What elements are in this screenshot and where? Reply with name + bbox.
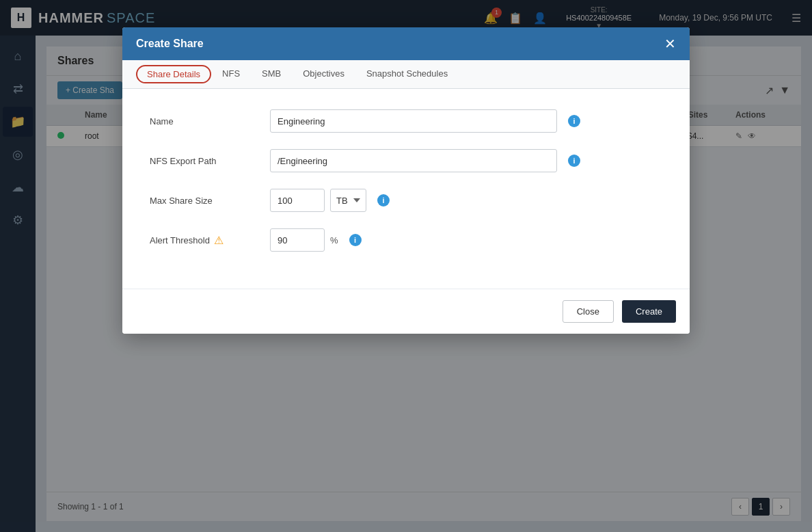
modal-header: Create Share ✕ <box>122 36 690 60</box>
content-area: Shares + Create Sha ↗ ▼ Name n Sites Act… <box>36 36 812 532</box>
name-label: Name <box>150 116 259 127</box>
tab-share-details-wrapper: Share Details <box>136 60 211 88</box>
modal-close-button[interactable]: ✕ <box>664 37 676 51</box>
create-button[interactable]: Create <box>622 300 676 323</box>
nfs-export-path-row: NFS Export Path i <box>150 149 662 172</box>
max-share-size-row: Max Share Size TB GB PB i <box>150 189 662 212</box>
modal-footer: Close Create <box>122 289 690 334</box>
max-share-size-unit-select[interactable]: TB GB PB <box>330 189 366 212</box>
modal-body: Name i NFS Export Path i Max Share Size <box>122 89 690 289</box>
tab-share-details[interactable]: Share Details <box>136 65 211 83</box>
alert-threshold-info-icon[interactable]: i <box>349 234 362 246</box>
name-input[interactable] <box>270 109 557 133</box>
alert-threshold-label: Alert Threshold ⚠ <box>150 234 259 247</box>
alert-threshold-group: % <box>270 228 338 252</box>
close-button[interactable]: Close <box>563 300 614 323</box>
modal-title: Create Share <box>136 38 204 50</box>
nfs-export-path-info-icon[interactable]: i <box>568 155 580 167</box>
alert-warning-icon: ⚠ <box>214 234 224 247</box>
tab-snapshot-schedules[interactable]: Snapshot Schedules <box>355 60 459 88</box>
name-field-row: Name i <box>150 109 662 133</box>
alert-threshold-row: Alert Threshold ⚠ % i <box>150 228 662 252</box>
modal-overlay: Create Share ✕ Share Details NFS SMB Obj… <box>36 36 812 532</box>
percent-label: % <box>330 235 338 245</box>
nfs-export-path-input[interactable] <box>270 149 557 172</box>
max-share-size-input[interactable] <box>270 189 325 212</box>
alert-threshold-input[interactable] <box>270 228 325 252</box>
tab-nfs[interactable]: NFS <box>211 60 251 88</box>
tab-smb[interactable]: SMB <box>251 60 292 88</box>
modal-dialog: Create Share ✕ Share Details NFS SMB Obj… <box>122 36 690 334</box>
name-info-icon[interactable]: i <box>568 115 580 127</box>
tab-objectives[interactable]: Objectives <box>292 60 355 88</box>
modal-tabs: Share Details NFS SMB Objectives Snapsho… <box>122 60 690 89</box>
size-group: TB GB PB <box>270 189 366 212</box>
max-share-size-info-icon[interactable]: i <box>377 194 390 207</box>
max-share-size-label: Max Share Size <box>150 196 259 206</box>
main-layout: ⌂ ⇄ 📁 ◎ ☁ ⚙ Shares + Create Sha ↗ ▼ Name <box>0 36 812 532</box>
nfs-export-path-label: NFS Export Path <box>150 156 259 166</box>
